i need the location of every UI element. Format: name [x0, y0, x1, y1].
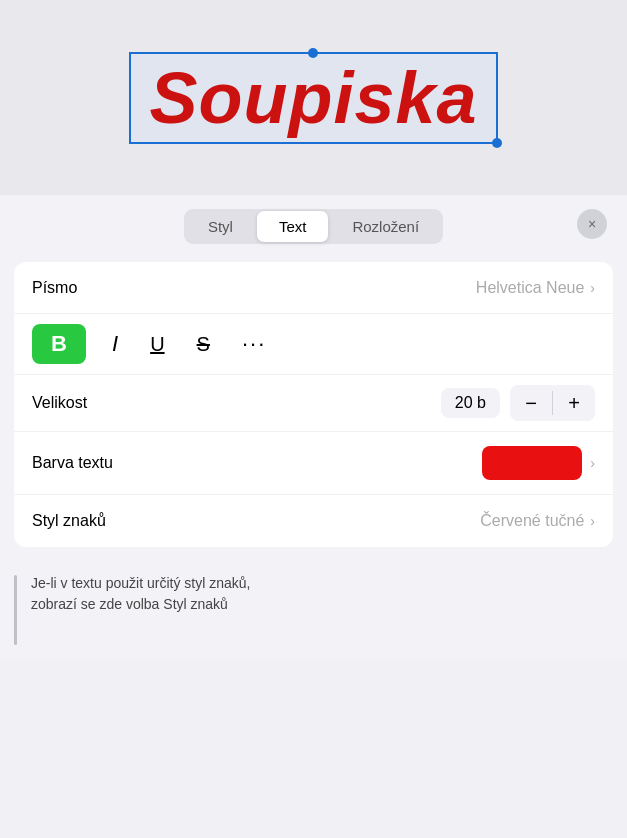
settings-panel: Písmo Helvetica Neue › B I U S ··· Velik… [14, 262, 613, 547]
canvas-area: Soupiska [0, 0, 627, 195]
text-box-container[interactable]: Soupiska [129, 52, 497, 144]
color-label: Barva textu [32, 454, 482, 472]
tab-styl[interactable]: Styl [186, 211, 255, 242]
color-row: Barva textu › [14, 432, 613, 495]
panel-area: Styl Text Rozložení × Písmo Helvetica Ne… [0, 195, 627, 659]
font-label: Písmo [32, 279, 476, 297]
font-row: Písmo Helvetica Neue › [14, 262, 613, 314]
style-chevron: › [590, 513, 595, 529]
annotation-line [14, 575, 17, 645]
style-row: Styl znaků Červené tučné › [14, 495, 613, 547]
color-chevron: › [590, 455, 595, 471]
style-label: Styl znaků [32, 512, 480, 530]
size-controls: − + [510, 385, 595, 421]
format-row: B I U S ··· [14, 314, 613, 375]
annotation-area: Je-li v textu použit určitý styl znaků,z… [0, 555, 627, 659]
more-button[interactable]: ··· [236, 327, 272, 361]
size-row: Velikost 20 b − + [14, 375, 613, 432]
bold-button[interactable]: B [32, 324, 86, 364]
close-button[interactable]: × [577, 209, 607, 239]
bold-label: B [51, 331, 67, 357]
annotation-text: Je-li v textu použit určitý styl znaků,z… [31, 573, 250, 615]
italic-button[interactable]: I [106, 327, 124, 361]
tab-group: Styl Text Rozložení [184, 209, 443, 244]
color-swatch[interactable] [482, 446, 582, 480]
tab-text[interactable]: Text [257, 211, 329, 242]
size-increase-button[interactable]: + [553, 385, 595, 421]
tab-bar: Styl Text Rozložení × [0, 195, 627, 254]
text-box-selection[interactable]: Soupiska [129, 52, 497, 144]
style-value: Červené tučné [480, 512, 584, 530]
size-value: 20 b [441, 388, 500, 418]
font-chevron: › [590, 280, 595, 296]
size-label: Velikost [32, 394, 441, 412]
headline-text: Soupiska [149, 62, 477, 134]
font-value: Helvetica Neue [476, 279, 585, 297]
underline-button[interactable]: U [144, 329, 170, 360]
size-decrease-button[interactable]: − [510, 385, 552, 421]
tab-rozlozeni[interactable]: Rozložení [330, 211, 441, 242]
strikethrough-button[interactable]: S [191, 329, 216, 360]
